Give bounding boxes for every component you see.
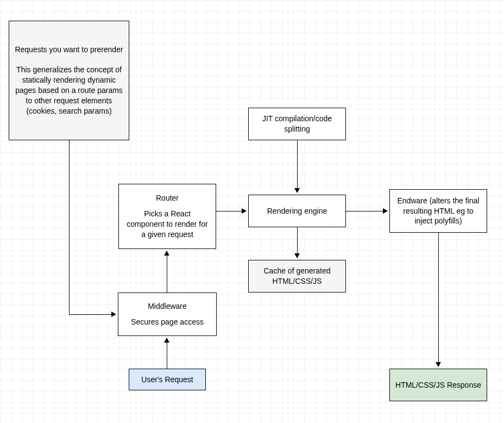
arrow-head-icon [164,251,169,256]
arrow-head-icon [242,208,247,214]
edge-router-rendering [216,211,242,212]
jit-text: JIT compilation/code splitting [254,114,340,134]
edge-jit-rendering [297,140,298,188]
response-text: HTML/CSS/JS Response [395,380,481,390]
prerender-line1: Requests you want to prerender [15,45,123,55]
rendering-text: Rendering engine [267,206,327,216]
node-router: Router Picks a React component to render… [118,184,216,249]
node-jit: JIT compilation/code splitting [248,108,346,140]
arrow-head-icon [436,362,441,367]
arrow-head-icon [294,253,300,258]
node-rendering: Rendering engine [248,195,346,227]
edge-prerender-middleware [69,140,70,314]
node-prerender: Requests you want to prerender This gene… [9,21,129,140]
middleware-desc: Secures page access [131,317,204,327]
node-cache: Cache of generated HTML/CSS/JS [248,260,346,293]
middleware-title: Middleware [148,301,187,312]
arrow-head-icon [164,338,169,343]
router-desc: Picks a React component to render for a … [124,209,210,240]
edge-prerender-middleware-h [69,314,111,315]
prerender-line2: This generalizes the concept of statical… [15,65,123,116]
endware-text: Endware (alters the final resulting HTML… [395,196,481,227]
node-user-request: User's Request [129,369,206,390]
arrow-head-icon [111,312,116,317]
edge-rendering-endware [346,211,383,212]
cache-text: Cache of generated HTML/CSS/JS [254,266,340,287]
arrow-head-icon [383,208,388,214]
arrow-head-icon [294,188,300,193]
router-title: Router [156,193,179,203]
edge-rendering-cache [297,227,298,253]
edge-userreq-middleware [167,343,167,369]
edge-endware-response [438,233,439,362]
node-response: HTML/CSS/JS Response [389,369,487,401]
edge-middleware-router [167,256,167,293]
node-middleware: Middleware Secures page access [118,293,217,336]
node-endware: Endware (alters the final resulting HTML… [389,189,487,233]
userreq-text: User's Request [141,375,193,385]
